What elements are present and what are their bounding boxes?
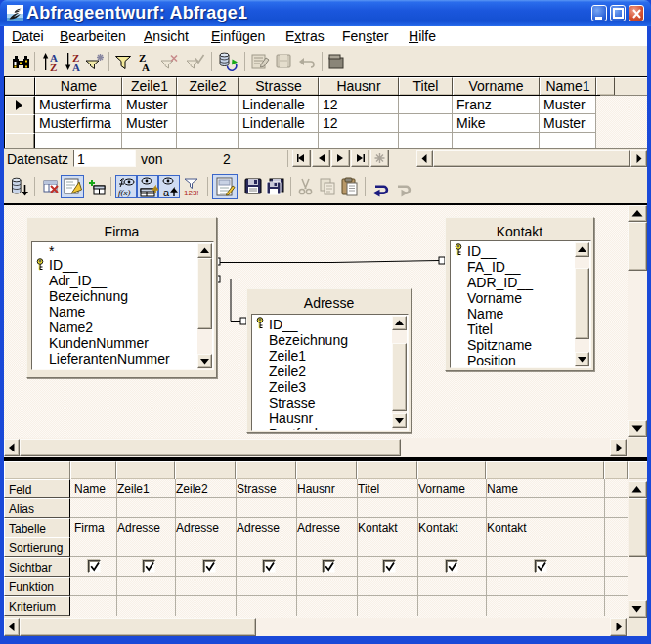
svg-text:123!: 123! (184, 189, 199, 197)
svg-text:A: A (72, 62, 80, 72)
svg-text:Z: Z (50, 62, 57, 72)
svg-text:f(x): f(x) (118, 188, 131, 197)
svg-text:a: a (163, 187, 170, 198)
svg-text:A: A (142, 62, 150, 72)
